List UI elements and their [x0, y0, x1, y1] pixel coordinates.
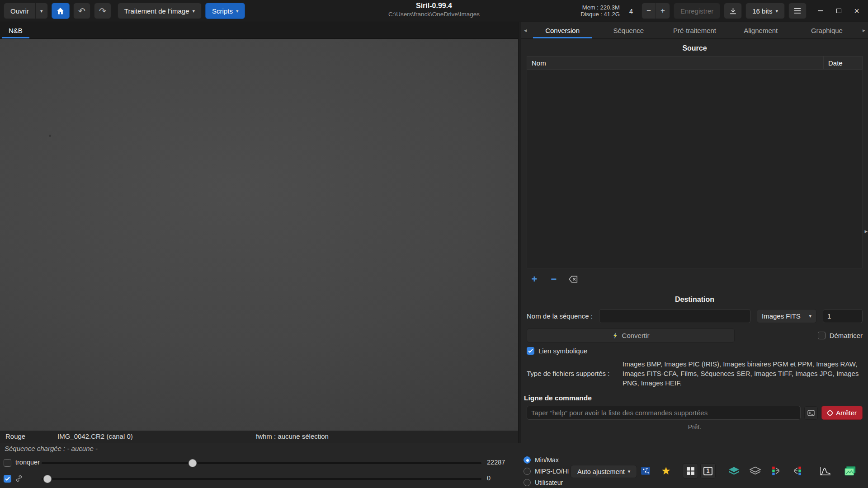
zoom-100-button[interactable]: 1 [700, 463, 716, 479]
photometry-star-icon: ★ [661, 466, 671, 476]
scripts-menu-button[interactable]: Scripts▾ [205, 3, 245, 19]
link-levels-checkbox[interactable] [4, 475, 11, 483]
layers-button[interactable] [726, 463, 741, 479]
close-icon: × [854, 6, 859, 15]
arrow-left-icon: ◂ [524, 27, 527, 33]
link-icon [15, 474, 23, 484]
image-canvas[interactable] [0, 39, 518, 431]
radio-mips[interactable]: MIPS-LO/HI [524, 467, 569, 476]
chevron-down-icon: ▾ [809, 313, 811, 319]
zoom-100-icon: 1 [703, 467, 712, 475]
radio-minmax[interactable]: Min/Max [524, 455, 559, 465]
tab-registration[interactable]: Alignement [728, 22, 794, 38]
tabs-scroll-right[interactable]: ▸ [860, 22, 868, 38]
debayer-label: Dématricer [830, 332, 863, 339]
truncate-checkbox[interactable] [4, 459, 11, 467]
home-button[interactable] [52, 3, 70, 19]
hamburger-icon [794, 8, 801, 14]
hamburger-menu-button[interactable] [788, 3, 807, 19]
disk-label: Disque : 41.2G [580, 11, 620, 18]
layers-outline-icon [750, 466, 761, 476]
add-files-button[interactable]: + [527, 272, 542, 286]
auto-adjust-dropdown[interactable]: Auto ajustement ▾ [571, 465, 637, 478]
thread-decrement-button[interactable]: − [642, 3, 656, 19]
command-input[interactable] [527, 406, 801, 420]
chevron-down-icon: ▾ [775, 8, 778, 14]
stacking-button[interactable] [842, 463, 858, 479]
source-title: Source [527, 44, 863, 52]
astrometry-button[interactable] [638, 463, 653, 479]
bit-depth-dropdown[interactable]: 16 bits▾ [745, 3, 785, 19]
maximize-button[interactable] [831, 3, 846, 19]
layers-outline-button[interactable] [747, 463, 763, 479]
close-button[interactable]: × [849, 3, 864, 19]
paned-separator[interactable] [518, 22, 521, 443]
header-right-cluster: Mem : 220.3M Disque : 41.2G 4 − + Enregi… [580, 3, 864, 19]
viewer-pane: N&B Rouge IMG_0042.CR2 (canal 0) fwhm : … [0, 22, 518, 443]
rgb-compose-button[interactable] [769, 463, 784, 479]
radio-icon[interactable] [524, 479, 531, 486]
histogram-button[interactable] [817, 463, 833, 479]
slider-handle[interactable] [43, 475, 52, 483]
command-list-button[interactable] [804, 406, 818, 420]
remove-files-button[interactable]: − [546, 272, 561, 286]
column-header-date[interactable]: Date [823, 56, 862, 69]
photometry-button[interactable]: ★ [658, 463, 674, 479]
source-file-list[interactable] [527, 70, 863, 268]
radio-icon[interactable] [524, 468, 531, 475]
sequence-name-label: Nom de la séquence : [527, 312, 593, 320]
viewer-status-row: Rouge IMG_0042.CR2 (canal 0) fwhm : aucu… [0, 431, 518, 443]
open-button[interactable]: Ouvrir [4, 3, 36, 19]
chevron-down-icon: ▾ [193, 8, 195, 14]
high-level-slider[interactable] [42, 459, 481, 468]
tab-preprocessing[interactable]: Pré-traitement [661, 22, 727, 38]
column-header-name[interactable]: Nom [527, 56, 823, 69]
symlink-option[interactable]: Lien symbolique [527, 347, 863, 355]
tools-tabbar: ◂ Conversion Séquence Pré-traitement Ali… [521, 22, 868, 39]
radio-icon[interactable] [524, 456, 531, 464]
panel-collapse-arrow[interactable]: ▸ [864, 228, 868, 235]
debayer-checkbox[interactable] [818, 332, 826, 339]
chevron-down-icon: ▾ [236, 8, 239, 14]
radio-user[interactable]: Utilisateur [524, 478, 563, 487]
truncate-label: tronquer [15, 459, 40, 466]
symlink-checkbox[interactable] [527, 347, 534, 355]
destination-title: Destination [527, 296, 863, 304]
sequence-loaded-status: Séquence chargée : - aucune - [5, 445, 98, 452]
header-bar: Ouvrir ▾ ↶ ↷ Traitement de l’image▾ Scri… [0, 0, 868, 22]
tab-sequence[interactable]: Séquence [595, 22, 661, 38]
check-icon [528, 349, 533, 353]
chevron-down-icon: ▾ [628, 469, 631, 474]
image-processing-menu-button[interactable]: Traitement de l’image▾ [118, 3, 202, 19]
debayer-option[interactable]: Dématricer [818, 332, 863, 339]
thread-increment-button[interactable]: + [656, 3, 670, 19]
arrow-right-icon: ▸ [864, 228, 868, 235]
start-index-input[interactable] [823, 309, 863, 323]
tab-bw-channel[interactable]: N&B [0, 22, 31, 38]
rgb-split-button[interactable] [789, 463, 805, 479]
image-artifact [49, 135, 51, 137]
command-row: Arrêter [527, 406, 863, 420]
tabs-scroll-left[interactable]: ◂ [521, 22, 529, 38]
main-area: N&B Rouge IMG_0042.CR2 (canal 0) fwhm : … [0, 22, 868, 443]
memory-status: Mem : 220.3M Disque : 41.2G [580, 4, 620, 18]
supported-types-value: Images BMP, Images PIC (IRIS), Images bi… [623, 359, 863, 388]
redo-button[interactable]: ↷ [94, 3, 111, 19]
tab-conversion[interactable]: Conversion [529, 22, 595, 38]
open-recent-dropdown[interactable]: ▾ [35, 3, 48, 19]
undo-button[interactable]: ↶ [73, 3, 90, 19]
supported-types-row: Type de fichiers supportés : Images BMP,… [527, 359, 863, 388]
clear-list-button[interactable] [566, 272, 581, 286]
low-level-slider[interactable] [42, 474, 481, 483]
grid-view-button[interactable] [683, 463, 698, 479]
working-directory-path: C:\Users\franck\OneDrive\Images [388, 11, 480, 18]
sequence-name-input[interactable] [599, 309, 750, 323]
stop-button[interactable]: Arrêter [821, 406, 863, 420]
minimize-button[interactable] [813, 3, 828, 19]
tab-plot[interactable]: Graphique [794, 22, 860, 38]
slider-handle[interactable] [189, 459, 197, 467]
save-as-button[interactable] [724, 3, 742, 19]
save-button[interactable]: Enregistrer [674, 3, 720, 19]
output-format-dropdown[interactable]: Images FITS ▾ [757, 309, 816, 323]
convert-button[interactable]: Convertir [527, 328, 735, 343]
